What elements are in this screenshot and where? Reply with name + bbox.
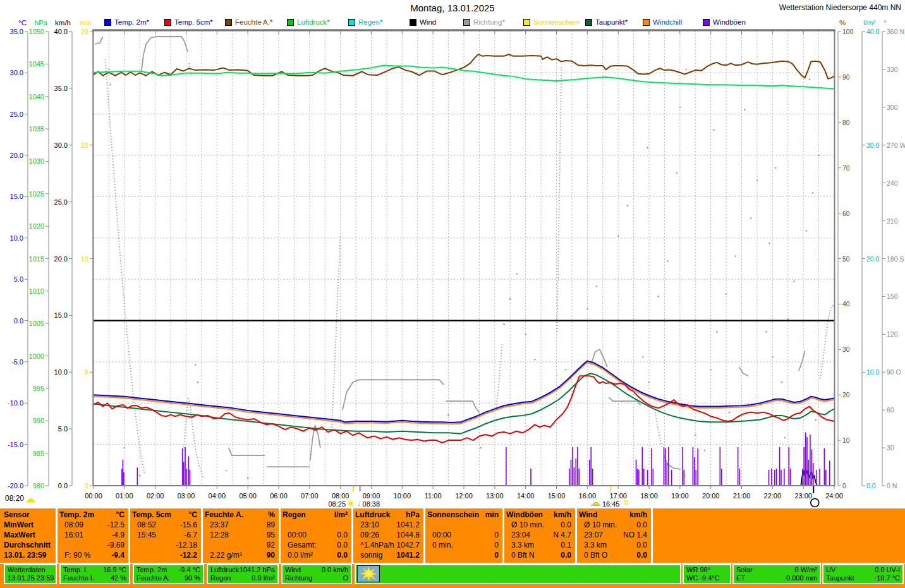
cell-info: F: 90 % xyxy=(64,551,90,560)
cell-info: 08:52 xyxy=(137,520,156,529)
footer-value: 0.0 km/h xyxy=(322,566,348,574)
axis-tick-label: 100 xyxy=(842,28,854,35)
x-tick-label: 23:00 xyxy=(794,492,812,500)
cell-value: 0.0 xyxy=(337,531,348,539)
table-separator xyxy=(201,508,203,563)
cell-info: 00:00 xyxy=(432,531,451,539)
axis-tick-label: 0 xyxy=(842,482,846,489)
axis-tick-label: 5.0 xyxy=(14,275,23,283)
footer-label: ET xyxy=(736,574,745,582)
axis-tick-label: 995 xyxy=(33,385,44,392)
axis-tick-label: 1035 xyxy=(29,125,44,133)
axis-tick-label: 35.0 xyxy=(54,85,68,92)
cell-value: 1044.8 xyxy=(396,531,420,539)
wind-direction-trace xyxy=(609,397,641,405)
cell-info: 2.22 g/m³ xyxy=(210,551,242,560)
wind-direction-trace xyxy=(664,455,680,469)
axis-tick-label: 1000 xyxy=(29,352,44,360)
cell-info: ^1.4hPa/h xyxy=(360,541,394,549)
cell-info: Ø 10 min. xyxy=(511,520,544,529)
x-tick-label: 11:00 xyxy=(425,492,442,500)
cell-value: -9.4 xyxy=(111,551,125,560)
sensor-table-column: Windkm/hØ 10 min.0.023:07NO 1.43.3 km0.0… xyxy=(578,508,651,563)
cell-value: -12.5 xyxy=(107,520,125,529)
cell-info: 00:00 xyxy=(288,531,307,539)
cell-value: -12.2 xyxy=(180,551,197,560)
axis-tick-label: 1005 xyxy=(29,320,44,327)
table-separator xyxy=(351,508,353,563)
footer-label: Feuchte A. xyxy=(137,574,170,582)
table-separator xyxy=(651,508,653,563)
axis-tick-label: 10.0 xyxy=(866,368,880,376)
row-label: Sensor xyxy=(4,510,56,520)
row-label: Durchschnitt xyxy=(4,541,56,551)
sunset-time: 16:45 xyxy=(602,500,620,508)
footer-label: Wind xyxy=(285,566,301,574)
axis-tick-label: 30.0 xyxy=(54,141,68,149)
x-tick-label: 21:00 xyxy=(733,492,751,500)
footer-label: 13.01.25 23:59 xyxy=(8,574,54,582)
axis-tick-label: 990 xyxy=(33,417,44,424)
axis-tick-label: 60 xyxy=(842,210,850,217)
x-tick-label: 13:00 xyxy=(486,492,504,500)
axis-unit: °C xyxy=(18,19,27,27)
x-tick-label: 10:00 xyxy=(394,492,411,500)
axis-tick-label: 50 xyxy=(842,255,850,263)
sun-icon xyxy=(347,500,355,507)
axis-tick-label: 980 xyxy=(33,482,44,489)
x-tick-label: 06:00 xyxy=(270,492,288,500)
footer-label: WR 98° xyxy=(686,566,710,574)
moonset-time: 08:38 xyxy=(363,500,380,508)
cell-value: -9.69 xyxy=(107,541,125,549)
footer-label: Taupunkt xyxy=(826,574,854,582)
footer-cell: Luftdruck1041.2 hPaRegen0.0 l/m² xyxy=(207,564,279,584)
x-tick-label: 22:00 xyxy=(764,492,782,500)
footer-value: 0.000 mm xyxy=(786,574,817,582)
column-name: Feuchte A. xyxy=(205,510,243,519)
cell-info: 09:26 xyxy=(360,531,379,539)
footer-cell: Wind0.0 km/hRichtungO xyxy=(281,564,352,584)
cell-value: 89 xyxy=(267,520,275,529)
x-tick-label: 05:00 xyxy=(239,492,257,500)
axis-unit: min xyxy=(80,19,92,27)
footer-label: Luftdruck xyxy=(210,566,239,574)
axis-tick-label: 120 xyxy=(887,330,898,338)
x-tick-label: 00:00 xyxy=(85,492,102,500)
cell-value: N 4.7 xyxy=(553,531,571,539)
footer-label: Richtung xyxy=(285,574,312,582)
footer-cell: WR 98°WC -9.4°C xyxy=(683,564,731,584)
column-unit: l/m² xyxy=(334,510,348,519)
wind-direction-trace xyxy=(343,380,444,410)
x-tick-label: 08:00 xyxy=(332,492,349,500)
x-tick-label: 16:00 xyxy=(579,492,597,500)
wind-direction-trace xyxy=(142,37,188,72)
cell-info: 23:07 xyxy=(584,531,603,539)
cell-value: NO 1.4 xyxy=(623,531,647,539)
axis-unit: % xyxy=(839,19,846,27)
cell-info: Gesamt: xyxy=(288,541,316,549)
footer-cell: UV0.0 UV-ITaupunkt-10.7 °C xyxy=(822,564,904,584)
cell-value: 1041.2 xyxy=(396,551,420,560)
x-tick-label: 02:00 xyxy=(147,492,164,500)
axis-tick-label: 40.0 xyxy=(866,28,880,35)
axis-tick-label: 10 xyxy=(842,436,850,444)
moonset-arrow-icon: ↓ xyxy=(358,500,361,507)
cell-value: 0.0 xyxy=(561,520,571,529)
weather-symbol-sun-icon xyxy=(357,565,380,582)
footer-value: O xyxy=(343,574,348,582)
footer-icon-cell xyxy=(355,564,681,584)
sensor-table-column: Sonnenscheinmin00:0000 min.00 xyxy=(426,508,502,563)
axis-tick-label: 20.0 xyxy=(10,152,23,159)
cell-value: -12.18 xyxy=(176,541,197,549)
axis-tick-label: -10.0 xyxy=(8,399,23,407)
footer-label: Regen xyxy=(210,574,231,582)
cell-info: 0 Bft N xyxy=(511,551,535,560)
axis-tick-label: 1020 xyxy=(29,222,44,230)
axis-tick-label: 0.0 xyxy=(14,317,23,325)
sensor-table-column: Feuchte A.%23:378912:2895922.22 g/m³90 xyxy=(203,508,279,563)
axis-tick-label: 15.0 xyxy=(10,193,23,200)
wind-direction-trace xyxy=(820,305,834,378)
axis-tick-label: 30.0 xyxy=(10,69,23,76)
sunset-icon xyxy=(591,502,601,505)
x-tick-label: 19:00 xyxy=(671,492,689,500)
